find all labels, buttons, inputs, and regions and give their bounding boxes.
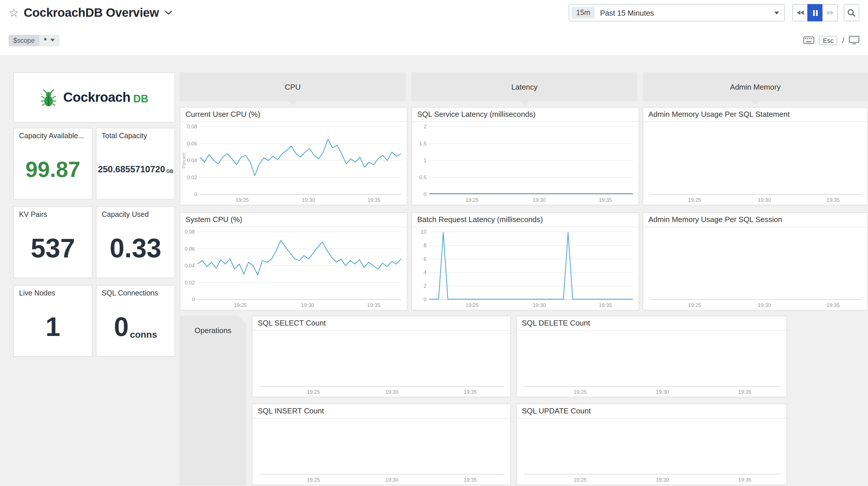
svg-text:19:25: 19:25 [574, 389, 587, 395]
stat-value: 1 [45, 313, 60, 340]
favorite-star-icon[interactable]: ☆ [9, 7, 19, 19]
time-range-label: Past 15 Minutes [600, 8, 774, 17]
shortcut-cluster: Esc / [803, 35, 859, 45]
cockroach-bug-icon [40, 88, 58, 107]
fast-forward-button[interactable] [823, 4, 838, 21]
playback-controls [792, 4, 838, 21]
chart-plot-area[interactable]: 19:2519:3019:35 [517, 331, 786, 397]
svg-text:19:30: 19:30 [533, 197, 546, 203]
svg-text:0.02: 0.02 [185, 280, 195, 286]
group-header-operations[interactable]: Operations [180, 316, 246, 485]
svg-text:8: 8 [424, 242, 427, 248]
svg-text:19:35: 19:35 [464, 477, 477, 483]
stat-label: SQL Connections [96, 286, 175, 297]
svg-text:0.06: 0.06 [185, 246, 195, 252]
group-label: Operations [180, 316, 246, 335]
scope-value-text: * [44, 37, 46, 44]
svg-text:10: 10 [421, 229, 427, 235]
svg-text:2: 2 [424, 283, 427, 289]
chart-title: SQL DELETE Count [517, 316, 786, 331]
page-title: CockroachDB Overview [24, 6, 159, 20]
svg-text:4: 4 [424, 269, 427, 275]
stat-value: 0 [114, 313, 129, 340]
chart-plot-area[interactable]: 19:2519:3019:35 [517, 419, 786, 485]
svg-text:19:25: 19:25 [465, 197, 478, 203]
chart-plot-area[interactable]: 19:2519:3019:35 [643, 122, 867, 205]
chart-title: Batch Request Latency (milliseconds) [412, 213, 639, 227]
chart-plot-area[interactable]: 024681019:2519:3019:35 [412, 227, 639, 310]
rewind-button[interactable] [792, 4, 808, 21]
esc-key-hint: Esc [819, 35, 838, 45]
svg-text:19:25: 19:25 [465, 303, 478, 308]
chart-title: SQL SELECT Count [252, 316, 510, 331]
pause-icon [812, 9, 818, 16]
chart-title: Current User CPU (%) [180, 108, 407, 122]
svg-text:0.08: 0.08 [185, 229, 195, 235]
pause-button[interactable] [807, 4, 823, 21]
chart-sql-update-count: SQL UPDATE Count 19:2519:3019:35 [516, 404, 787, 485]
template-variable-row: $scope * Esc / [0, 25, 868, 55]
title-chevron-down-icon[interactable] [165, 10, 172, 15]
svg-text:Percent: Percent [182, 152, 186, 169]
svg-text:0.04: 0.04 [187, 158, 197, 163]
chart-admin-memory-statement: Admin Memory Usage Per SQL Statement 19:… [643, 107, 868, 205]
svg-text:0: 0 [424, 191, 427, 197]
chart-plot-area[interactable]: 00.511.5219:2519:3019:35 [412, 122, 639, 205]
time-range-selector[interactable]: 15m Past 15 Minutes [569, 4, 785, 21]
brand-name: Cockroach [63, 90, 130, 105]
brand-db: DB [133, 93, 148, 105]
stat-capacity-used: Capacity Used 0.33 [96, 206, 175, 278]
svg-text:19:35: 19:35 [738, 477, 751, 483]
svg-text:19:25: 19:25 [236, 197, 249, 203]
tv-mode-icon[interactable] [849, 36, 859, 45]
time-range-caret-icon [774, 11, 779, 14]
svg-text:19:35: 19:35 [464, 389, 477, 395]
fast-forward-icon [826, 10, 834, 16]
rewind-icon [796, 10, 804, 16]
group-label: CPU [285, 82, 301, 91]
chart-title: SQL INSERT Count [252, 404, 510, 419]
dashboard-board: Cockroach DB Capacity Available... 99.87… [0, 55, 868, 486]
stat-label: Capacity Available... [14, 128, 92, 140]
chart-title: SQL Service Latency (milliseconds) [412, 108, 639, 122]
chart-plot-area[interactable]: 00.020.040.060.0819:2519:3019:35Percent [180, 122, 407, 205]
stat-capacity-available: Capacity Available... 99.87 [13, 128, 92, 199]
svg-text:19:30: 19:30 [385, 389, 398, 395]
keyboard-icon[interactable] [803, 36, 814, 44]
svg-text:19:35: 19:35 [827, 303, 840, 308]
svg-text:19:30: 19:30 [302, 197, 315, 203]
group-header-latency[interactable]: Latency [411, 72, 638, 101]
zoom-search-button[interactable] [844, 4, 859, 21]
chart-system-cpu: System CPU (%) 00.020.040.060.0819:2519:… [180, 212, 407, 311]
group-label: Latency [511, 82, 537, 91]
svg-text:19:30: 19:30 [656, 477, 669, 483]
stat-value: 0.33 [110, 235, 161, 261]
scope-variable-dropdown[interactable]: $scope * [9, 34, 59, 46]
chart-plot-area[interactable]: 19:2519:3019:35 [252, 419, 510, 485]
stat-sql-connections: SQL Connections 0conns [96, 285, 175, 357]
group-header-admin-memory[interactable]: Admin Memory [643, 72, 868, 101]
svg-text:19:30: 19:30 [758, 197, 771, 203]
magnifier-icon [847, 8, 856, 17]
chart-plot-area[interactable]: 19:2519:3019:35 [643, 227, 867, 310]
slash-separator: / [842, 36, 844, 45]
chart-plot-area[interactable]: 19:2519:3019:35 [252, 331, 510, 397]
time-range-shortcut: 15m [571, 7, 595, 19]
scope-caret-icon [50, 39, 55, 41]
svg-text:19:25: 19:25 [688, 303, 701, 308]
stat-unit: conns [130, 330, 157, 340]
chart-plot-area[interactable]: 00.020.040.060.0819:2519:3019:35 [180, 227, 407, 310]
stat-label: KV Pairs [14, 207, 92, 219]
stat-unit: GB [166, 169, 173, 174]
svg-text:0.08: 0.08 [187, 124, 197, 130]
svg-text:19:30: 19:30 [758, 303, 771, 308]
group-header-cpu[interactable]: CPU [180, 72, 406, 101]
svg-text:19:30: 19:30 [656, 389, 669, 395]
svg-text:19:25: 19:25 [574, 477, 587, 483]
chart-sql-insert-count: SQL INSERT Count 19:2519:3019:35 [252, 404, 511, 485]
svg-text:19:35: 19:35 [599, 303, 612, 308]
stat-value: 99.87 [25, 159, 80, 180]
chart-admin-memory-session: Admin Memory Usage Per SQL Session 19:25… [643, 212, 868, 311]
stat-value: 250.6855710720 [98, 165, 165, 174]
chart-batch-request-latency: Batch Request Latency (milliseconds) 024… [411, 212, 639, 311]
